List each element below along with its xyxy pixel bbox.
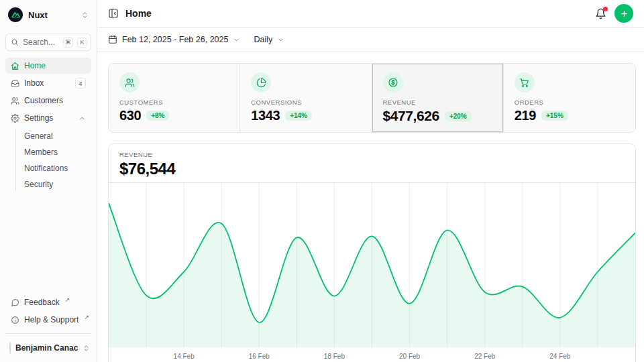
- sidebar-item-security[interactable]: Security: [19, 177, 91, 192]
- header-actions: [595, 4, 633, 23]
- sidebar-subitem-label: Notifications: [24, 164, 68, 173]
- sidebar-item-label: Feedback: [24, 298, 60, 307]
- stat-label: CUSTOMERS: [119, 99, 229, 106]
- stat-delta-badge: +14%: [285, 111, 312, 121]
- sidebar-item-general[interactable]: General: [19, 129, 91, 143]
- chart-canvas: [109, 183, 635, 347]
- date-range-picker[interactable]: Feb 12, 2025 - Feb 26, 2025: [108, 35, 240, 44]
- interval-value: Daily: [254, 35, 272, 44]
- stat-value: 219: [515, 108, 536, 123]
- select-chevrons-icon: [83, 345, 90, 352]
- avatar: [9, 341, 11, 355]
- revenue-chart-card: REVENUE $76,544 14 Feb16 Feb18 Feb20 Feb…: [108, 143, 636, 362]
- sidebar-item-help-support[interactable]: Help & Support ↗: [5, 312, 91, 328]
- nuxt-logo-icon: [8, 7, 23, 22]
- sidebar-nav: Home Inbox 4 Customers Settings Ge: [5, 58, 91, 193]
- add-button[interactable]: [614, 4, 633, 23]
- stat-value: $477,626: [383, 108, 439, 124]
- chevron-down-icon: [233, 36, 240, 44]
- sidebar-item-members[interactable]: Members: [19, 145, 91, 160]
- revenue-area-chart[interactable]: [109, 183, 635, 347]
- dollar-circle-icon: [388, 77, 398, 88]
- x-axis-tick-label: 16 Feb: [249, 353, 270, 360]
- calendar-icon: [108, 35, 117, 44]
- sidebar-item-feedback[interactable]: Feedback ↗: [5, 294, 91, 310]
- x-axis: 14 Feb16 Feb18 Feb20 Feb22 Feb24 Feb: [109, 347, 635, 362]
- chevron-down-icon: [277, 36, 284, 44]
- notification-dot: [603, 7, 608, 11]
- chevron-up-icon: [78, 115, 86, 122]
- search-icon: [11, 38, 19, 46]
- sidebar-item-home[interactable]: Home: [5, 58, 91, 74]
- sidebar-item-label: Settings: [24, 113, 53, 123]
- top-header: Home: [97, 0, 644, 27]
- collapse-sidebar-button[interactable]: [108, 8, 119, 19]
- sidebar-item-label: Customers: [24, 96, 63, 105]
- stats-row: CUSTOMERS 630 +8% CONVERSIONS 1343 +14% …: [108, 63, 636, 133]
- x-axis-tick-label: 22 Feb: [474, 353, 495, 360]
- user-menu-button[interactable]: Benjamin Canac: [5, 339, 91, 357]
- settings-subnav: General Members Notifications Security: [15, 129, 91, 192]
- stat-value: 630: [119, 108, 141, 123]
- sidebar-item-customers[interactable]: Customers: [5, 93, 91, 109]
- kbd-cmd: ⌘: [63, 38, 73, 48]
- sidebar-user-section: Benjamin Canac: [5, 333, 91, 357]
- page-title: Home: [125, 8, 152, 19]
- pie-chart-icon: [256, 78, 266, 88]
- stat-label: ORDERS: [515, 99, 625, 106]
- stat-card-conversions[interactable]: CONVERSIONS 1343 +14%: [240, 64, 372, 132]
- stat-card-orders[interactable]: ORDERS 219 +15%: [504, 64, 635, 132]
- workspace-name: Nuxt: [28, 10, 76, 20]
- main-area: Home Feb 12, 2025 - Feb 26, 2025 Daily: [97, 0, 644, 362]
- search-placeholder: Search...: [23, 38, 59, 47]
- sidebar-item-inbox[interactable]: Inbox 4: [5, 75, 91, 91]
- users-icon: [11, 97, 19, 105]
- x-axis-tick-label: 20 Feb: [399, 353, 420, 360]
- x-axis-tick-label: 14 Feb: [174, 353, 195, 360]
- stat-delta-badge: +20%: [445, 111, 472, 121]
- stat-card-revenue[interactable]: REVENUE $477,626 +20%: [372, 64, 504, 132]
- dashboard-content: CUSTOMERS 630 +8% CONVERSIONS 1343 +14% …: [97, 52, 644, 362]
- sidebar-footer-nav: Feedback ↗ Help & Support ↗: [5, 294, 91, 328]
- stat-delta-badge: +15%: [541, 111, 568, 121]
- stat-label: REVENUE: [383, 99, 492, 106]
- filters-toolbar: Feb 12, 2025 - Feb 26, 2025 Daily: [97, 27, 644, 52]
- select-chevrons-icon: [81, 11, 89, 19]
- stat-delta-badge: +8%: [146, 111, 169, 121]
- notifications-button[interactable]: [595, 8, 606, 19]
- sidebar-item-notifications[interactable]: Notifications: [19, 161, 91, 176]
- stat-card-customers[interactable]: CUSTOMERS 630 +8%: [109, 64, 240, 132]
- kbd-k: K: [77, 38, 87, 48]
- info-circle-icon: [11, 316, 19, 324]
- search-input[interactable]: Search... ⌘ K: [5, 34, 91, 51]
- sidebar-item-label: Inbox: [24, 78, 44, 88]
- plus-icon: [620, 9, 629, 18]
- cart-icon: [519, 78, 529, 88]
- gear-icon: [11, 114, 19, 123]
- interval-select[interactable]: Daily: [254, 35, 284, 44]
- chart-header: REVENUE $76,544: [109, 144, 635, 183]
- chart-metric-label: REVENUE: [119, 151, 625, 158]
- sidebar: Nuxt Search... ⌘ K Home Inbox 4: [0, 0, 97, 362]
- sidebar-subitem-label: Members: [24, 147, 58, 157]
- panel-left-close-icon: [108, 8, 119, 19]
- x-axis-tick-label: 24 Feb: [549, 353, 570, 360]
- external-link-icon: ↗: [65, 296, 70, 303]
- chat-bubble-icon: [11, 298, 19, 307]
- date-range-value: Feb 12, 2025 - Feb 26, 2025: [122, 35, 228, 44]
- external-link-icon: ↗: [84, 314, 89, 320]
- sidebar-item-label: Home: [24, 61, 46, 70]
- sidebar-subitem-label: Security: [24, 180, 53, 189]
- sidebar-spacer: [5, 193, 91, 294]
- x-axis-tick-label: 18 Feb: [324, 353, 345, 360]
- workspace-switcher[interactable]: Nuxt: [5, 5, 91, 24]
- home-icon: [11, 62, 19, 70]
- sidebar-item-settings[interactable]: Settings: [5, 110, 91, 126]
- stat-label: CONVERSIONS: [251, 99, 360, 106]
- inbox-count-badge: 4: [75, 78, 86, 88]
- inbox-icon: [11, 79, 19, 88]
- stat-value: 1343: [251, 108, 280, 123]
- users-icon: [125, 78, 135, 88]
- user-name: Benjamin Canac: [15, 343, 78, 353]
- sidebar-item-label: Help & Support: [24, 315, 78, 324]
